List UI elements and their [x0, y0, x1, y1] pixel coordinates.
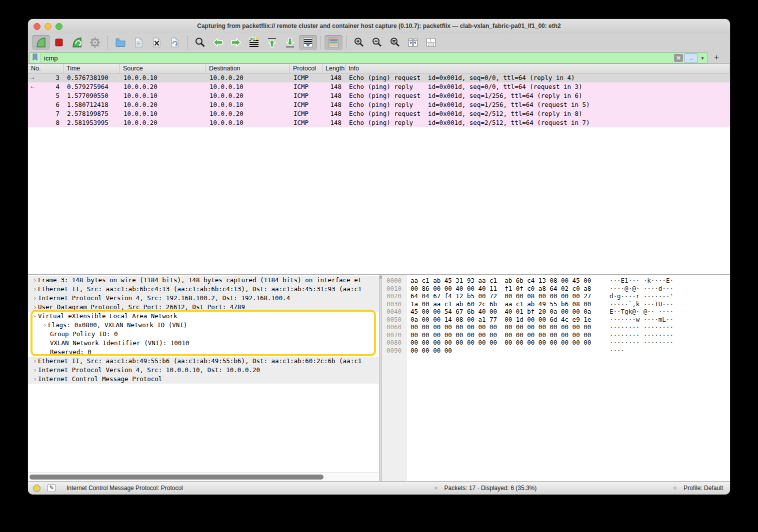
filter-bar: ✕ → ▾ +: [28, 52, 730, 64]
packet-row[interactable]: ←4 0.579275964 10.0.0.20 10.0.0.10 ICMP …: [28, 82, 730, 91]
packet-count-status: Packets: 17 · Displayed: 6 (35.3%): [444, 485, 537, 492]
column-header-no[interactable]: No.: [28, 64, 64, 73]
column-header-protocol[interactable]: Protocol: [290, 64, 322, 73]
stop-capture-button[interactable]: [50, 35, 68, 50]
filter-dropdown-caret[interactable]: ▾: [699, 54, 706, 62]
arrow-up-bar-icon: [266, 36, 278, 48]
hex-row[interactable]: 002064 04 67 f4 12 b5 00 72 00 00 08 00 …: [382, 292, 730, 300]
expert-info-button[interactable]: [33, 485, 40, 492]
close-file-button[interactable]: [148, 35, 166, 50]
go-back-button[interactable]: [209, 35, 227, 50]
bookmark-icon: [32, 53, 38, 63]
scrollbar-thumb[interactable]: [30, 475, 324, 480]
layout-chooser-button[interactable]: 123: [422, 35, 440, 50]
go-first-packet-button[interactable]: [263, 35, 281, 50]
resize-columns-button[interactable]: [404, 35, 422, 50]
go-forward-button[interactable]: [227, 35, 245, 50]
hex-row[interactable]: 001000 86 00 00 40 00 40 11 f1 0f c0 a8 …: [382, 285, 730, 293]
details-horizontal-scrollbar[interactable]: [28, 473, 379, 481]
packet-row[interactable]: 8 2.581953995 10.0.0.20 10.0.0.10 ICMP 1…: [28, 118, 730, 127]
traffic-lights: [34, 23, 62, 30]
detail-row-ipv4-outer[interactable]: ›Internet Protocol Version 4, Src: 192.1…: [28, 294, 379, 303]
column-header-source[interactable]: Source: [120, 64, 206, 73]
zoom-window-button[interactable]: [56, 23, 62, 30]
detail-row-frame[interactable]: ›Frame 3: 148 bytes on wire (1184 bits),…: [28, 276, 379, 285]
wireshark-fin-icon: [35, 36, 47, 48]
goto-packet-icon: [248, 36, 260, 48]
expander-icon[interactable]: ›: [32, 375, 38, 384]
detail-row-vxlan-vni[interactable]: VXLAN Network Identifier (VNI): 10010: [28, 339, 379, 348]
restart-capture-button[interactable]: [68, 35, 86, 50]
detail-row-ethernet-outer[interactable]: ›Ethernet II, Src: aa:c1:ab:6b:c4:13 (aa…: [28, 285, 379, 294]
expander-icon[interactable]: ›: [32, 366, 38, 375]
find-packet-button[interactable]: [191, 35, 209, 50]
magnifier-icon: [194, 36, 206, 48]
packet-row[interactable]: 6 1.580712418 10.0.0.20 10.0.0.10 ICMP 1…: [28, 100, 730, 109]
expander-open-icon[interactable]: ›: [30, 313, 40, 319]
expander-icon[interactable]: ›: [32, 303, 38, 312]
profile-status[interactable]: Profile: Default: [684, 485, 723, 492]
hex-row[interactable]: 007000 00 00 00 00 00 00 00 00 00 00 00 …: [382, 331, 730, 339]
go-last-packet-button[interactable]: [281, 35, 299, 50]
arrow-left-icon: [212, 36, 224, 48]
toolbar-separator: [108, 36, 108, 49]
display-filter-field[interactable]: ✕ → ▾: [29, 52, 708, 63]
packet-row[interactable]: 7 2.578199875 10.0.0.10 10.0.0.20 ICMP 1…: [28, 109, 730, 118]
title-bar[interactable]: Capturing from packetflix:// remote clus…: [28, 19, 730, 33]
reload-file-button[interactable]: [166, 35, 184, 50]
go-to-packet-button[interactable]: [245, 35, 263, 50]
column-header-destination[interactable]: Destination: [206, 64, 290, 73]
expander-icon[interactable]: ›: [32, 294, 38, 303]
zoom-out-button[interactable]: [368, 35, 386, 50]
request-arrow-icon: →: [30, 73, 34, 82]
zoom-out-icon: [371, 36, 383, 48]
hex-row[interactable]: 008000 00 00 00 00 00 00 00 00 00 00 00 …: [382, 339, 730, 347]
detail-row-vxlan-flags[interactable]: ›Flags: 0x0800, VXLAN Network ID (VNI): [28, 321, 379, 330]
packet-row[interactable]: 5 1.577090550 10.0.0.10 10.0.0.20 ICMP 1…: [28, 91, 730, 100]
open-file-button[interactable]: [112, 35, 130, 50]
gear-icon: [89, 36, 101, 48]
expander-icon[interactable]: ›: [32, 357, 38, 366]
add-filter-button[interactable]: +: [712, 53, 721, 62]
hex-row[interactable]: 009000 00 00 00····: [382, 347, 730, 355]
main-toolbar: 123: [28, 33, 730, 52]
selected-field-status: Internet Control Message Protocol: Proto…: [66, 485, 183, 492]
status-bar: ✎ Internet Control Message Protocol: Pro…: [28, 481, 730, 495]
column-header-length[interactable]: Length: [322, 64, 346, 73]
detail-row-ethernet-inner[interactable]: ›Ethernet II, Src: aa:c1:ab:49:55:b6 (aa…: [28, 357, 379, 366]
close-window-button[interactable]: [34, 23, 40, 30]
auto-scroll-icon: [302, 36, 314, 48]
hex-row[interactable]: 00500a 00 00 14 08 00 a1 77 00 1d 00 00 …: [382, 316, 730, 324]
column-header-info[interactable]: Info: [346, 64, 730, 73]
expander-icon[interactable]: ›: [42, 321, 48, 330]
zoom-equal-icon: [389, 36, 401, 48]
hex-row[interactable]: 0000aa c1 ab 45 31 93 aa c1 ab 6b c4 13 …: [382, 277, 730, 285]
auto-scroll-button[interactable]: [299, 35, 317, 50]
start-capture-button[interactable]: [32, 35, 50, 50]
detail-row-icmp[interactable]: ›Internet Control Message Protocol: [28, 375, 379, 384]
expander-icon[interactable]: ›: [32, 285, 38, 294]
hex-row[interactable]: 00301a 00 aa c1 ab 60 2c 6b aa c1 ab 49 …: [382, 300, 730, 308]
zoom-100-button[interactable]: [386, 35, 404, 50]
capture-comment-icon[interactable]: ✎: [48, 484, 56, 492]
expander-icon[interactable]: ›: [32, 276, 38, 285]
detail-row-udp[interactable]: ›User Datagram Protocol, Src Port: 26612…: [28, 303, 379, 312]
detail-row-vxlan[interactable]: ›Virtual eXtensible Local Area Network: [28, 312, 379, 321]
filter-apply-button[interactable]: →: [684, 53, 698, 62]
packet-row[interactable]: →3 0.576738190 10.0.0.10 10.0.0.20 ICMP …: [28, 73, 730, 82]
close-document-icon: [150, 36, 162, 48]
detail-row-vxlan-reserved[interactable]: Reserved: 0: [28, 348, 379, 357]
filter-bookmark-button[interactable]: [30, 53, 41, 62]
colorize-button[interactable]: [324, 35, 342, 50]
hex-row[interactable]: 006000 00 00 00 00 00 00 00 00 00 00 00 …: [382, 323, 730, 331]
detail-row-vxlan-group-policy[interactable]: Group Policy ID: 0: [28, 330, 379, 339]
filter-clear-button[interactable]: ✕: [674, 54, 683, 62]
detail-row-ipv4-inner[interactable]: ›Internet Protocol Version 4, Src: 10.0.…: [28, 366, 379, 375]
capture-options-button[interactable]: [86, 35, 104, 50]
display-filter-input[interactable]: [41, 54, 674, 62]
zoom-in-button[interactable]: [350, 35, 368, 50]
column-header-time[interactable]: Time: [64, 64, 120, 73]
save-file-button[interactable]: [130, 35, 148, 50]
hex-row[interactable]: 004045 00 00 54 67 6b 40 00 40 01 bf 20 …: [382, 308, 730, 316]
minimize-window-button[interactable]: [44, 23, 52, 30]
